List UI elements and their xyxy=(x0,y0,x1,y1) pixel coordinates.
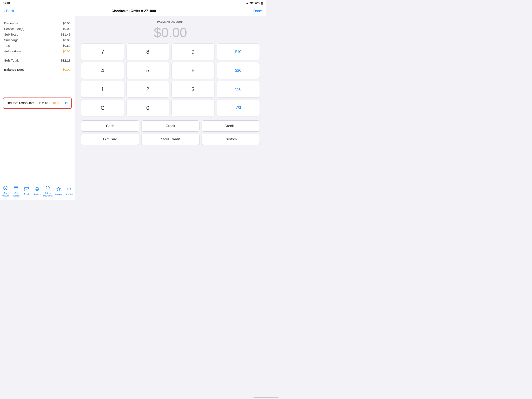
numpad: 789$10456$20123$50C0.⌫ xyxy=(81,44,260,116)
numpad-btn-.[interactable]: . xyxy=(171,100,215,116)
split-bill-label: Split Bill xyxy=(66,193,73,196)
loyalty-label: Loyalty xyxy=(55,193,62,196)
summary-row-label: Discounts: xyxy=(4,21,19,25)
status-time: 12:34 xyxy=(3,1,10,5)
nav-title: Checkout | Order # 271000 xyxy=(112,9,156,13)
gift-receipt-label: GiftReceipt xyxy=(13,192,19,197)
toolbar-tip-amount[interactable]: TipAmount xyxy=(0,186,11,197)
toolbar-loyalty[interactable]: Loyalty xyxy=(53,187,64,196)
numpad-btn-2[interactable]: 2 xyxy=(126,81,170,97)
left-panel: Discounts:$0.00Service Fee(s):$0.00Sub T… xyxy=(0,16,75,200)
summary-row-label: Service Fee(s): xyxy=(4,27,25,31)
numpad-btn-dollar10[interactable]: $10 xyxy=(217,44,260,60)
tip-amount-label: TipAmount xyxy=(2,192,9,197)
payment-btn-cash[interactable]: Cash xyxy=(81,120,139,132)
summary-row-value: $0.69 xyxy=(63,44,70,47)
numpad-btn-4[interactable]: 4 xyxy=(81,62,124,79)
toolbar-reprint[interactable]: Reprint xyxy=(32,187,42,196)
summary-row: Autogratuity:$0.00 xyxy=(4,48,70,54)
payment-amount-value: $0.00 xyxy=(81,26,260,39)
back-label: Back xyxy=(6,9,14,13)
svg-rect-4 xyxy=(24,187,29,191)
summary-row-label: Sub Total: xyxy=(4,33,18,36)
battery-label: 99% xyxy=(254,1,260,4)
house-account-refresh-icon[interactable]: ↺ xyxy=(65,101,68,105)
gift-receipt-icon xyxy=(14,186,18,191)
summary-row: Service Fee(s):$0.00 xyxy=(4,26,70,32)
summary-row: Discounts:$0.00 xyxy=(4,20,70,26)
summary-row-label: Surcharge: xyxy=(4,38,19,42)
numpad-btn-9[interactable]: 9 xyxy=(171,44,215,60)
main-layout: Discounts:$0.00Service Fee(s):$0.00Sub T… xyxy=(0,16,266,200)
numpad-btn-8[interactable]: 8 xyxy=(126,44,170,60)
status-icons: ▲ ▾▾▾ 99% ▓ xyxy=(246,1,263,4)
loyalty-icon xyxy=(56,187,61,193)
numpad-btn-C[interactable]: C xyxy=(81,100,124,116)
house-account-row[interactable]: HOUSE ACCOUNT $12.18 $0.00 ↺ xyxy=(3,97,72,109)
right-panel: PAYMENT AMOUNT $0.00 789$10456$20123$50C… xyxy=(75,16,266,200)
house-account-credit: $0.00 xyxy=(53,101,60,105)
done-button[interactable]: Done xyxy=(253,9,262,13)
house-account-label: HOUSE ACCOUNT xyxy=(7,101,34,105)
summary-row: Surcharge:$0.00 xyxy=(4,37,70,43)
summary-row-label: Autogratuity: xyxy=(4,50,22,53)
summary-row-value: $0.00 xyxy=(63,21,70,25)
refund-payments-label: RefundPayments xyxy=(44,192,53,197)
bottom-toolbar: TipAmount GiftReceipt xyxy=(0,184,75,200)
summary-row: Tax:$0.69 xyxy=(4,43,70,48)
summary-row-value: $0.00 xyxy=(63,38,70,42)
balance-due-value: $0.00 xyxy=(63,68,70,71)
back-chevron: ‹ xyxy=(4,9,5,13)
numpad-btn-dollar20[interactable]: $20 xyxy=(217,62,260,79)
payment-btn-store-credit[interactable]: Store Credit xyxy=(141,134,200,145)
numpad-btn-7[interactable]: 7 xyxy=(81,44,124,60)
toolbar-email[interactable]: Email xyxy=(21,187,32,196)
summary-row-label: Tax: xyxy=(4,44,10,47)
email-icon xyxy=(24,187,29,192)
wifi-icon: ▾▾▾ xyxy=(250,1,253,4)
summary-row-value: $0.00 xyxy=(63,50,70,53)
payment-btn-gift-card[interactable]: Gift Card xyxy=(81,134,139,145)
subtotal-bold-label: Sub Total: xyxy=(4,59,19,62)
summary-row: Sub Total:$11.49 xyxy=(4,32,70,37)
tip-amount-icon xyxy=(3,186,8,191)
summary-row-value: $0.00 xyxy=(63,27,70,31)
numpad-btn-5[interactable]: 5 xyxy=(126,62,170,79)
reprint-label: Reprint xyxy=(34,193,40,196)
email-label: Email xyxy=(24,193,29,196)
status-bar: 12:34 ▲ ▾▾▾ 99% ▓ xyxy=(0,0,266,6)
reprint-icon xyxy=(35,187,39,193)
payment-btn-custom[interactable]: Custom xyxy=(202,134,260,145)
toolbar-refund-payments[interactable]: RefundPayments xyxy=(43,186,53,197)
refund-payments-icon xyxy=(46,186,50,191)
summary-row-value: $11.49 xyxy=(61,33,70,36)
back-button[interactable]: ‹ Back xyxy=(4,9,14,13)
nav-bar: ‹ Back Checkout | Order # 271000 Done xyxy=(0,6,266,16)
location-icon: ▲ xyxy=(246,1,248,4)
numpad-btn-dollar50[interactable]: $50 xyxy=(217,81,260,97)
summary-rows: Discounts:$0.00Service Fee(s):$0.00Sub T… xyxy=(4,20,70,54)
house-account-amount: $12.18 xyxy=(38,101,48,105)
payment-btn-credit-+[interactable]: Credit + xyxy=(202,120,260,132)
numpad-btn-0[interactable]: 0 xyxy=(126,100,170,116)
numpad-btn-backspace[interactable]: ⌫ xyxy=(217,100,260,116)
toolbar-split-bill[interactable]: Split Bill xyxy=(64,187,74,196)
balance-due-label: Balance Due: xyxy=(4,68,24,71)
split-bill-icon xyxy=(67,187,71,193)
battery-icon: ▓ xyxy=(261,1,263,4)
numpad-btn-6[interactable]: 6 xyxy=(171,62,215,79)
order-summary: Discounts:$0.00Service Fee(s):$0.00Sub T… xyxy=(0,16,75,96)
svg-point-6 xyxy=(38,189,38,189)
payment-buttons: CashCreditCredit +Gift CardStore CreditC… xyxy=(81,120,260,145)
numpad-btn-1[interactable]: 1 xyxy=(81,81,124,97)
payment-amount-label: PAYMENT AMOUNT xyxy=(81,20,260,24)
balance-due-row: Balance Due: $0.00 xyxy=(4,67,70,72)
numpad-btn-3[interactable]: 3 xyxy=(171,81,215,97)
subtotal-bold-row: Sub Total: $12.18 xyxy=(4,58,70,63)
toolbar-gift-receipt[interactable]: GiftReceipt xyxy=(11,186,21,197)
payment-btn-credit[interactable]: Credit xyxy=(141,120,200,132)
subtotal-bold-value: $12.18 xyxy=(61,59,70,62)
